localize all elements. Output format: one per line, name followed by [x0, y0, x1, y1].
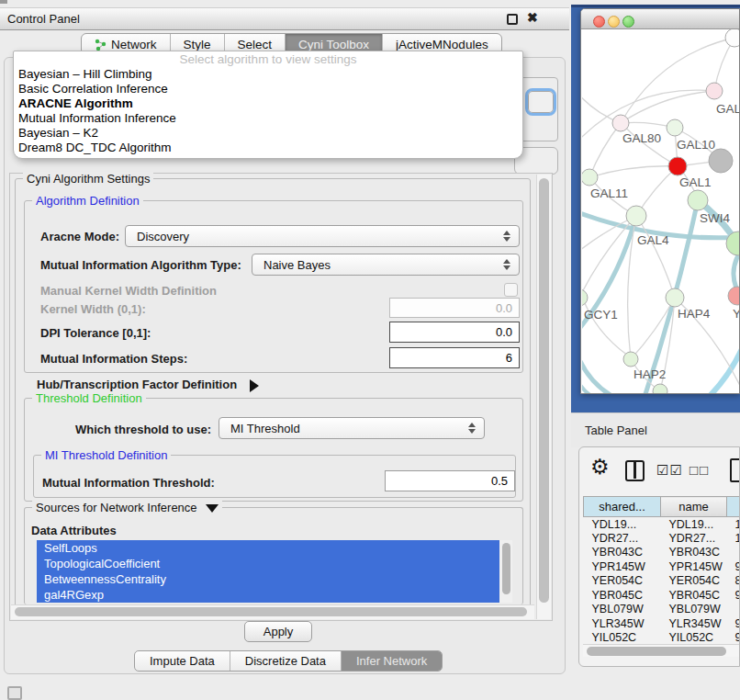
tab-label: Network	[111, 38, 157, 51]
close-traffic-light-icon[interactable]	[593, 16, 605, 28]
network-edge[interactable]	[734, 255, 738, 288]
minimize-traffic-light-icon[interactable]	[608, 16, 620, 28]
tab-label: Select	[238, 38, 273, 51]
table-header-row[interactable]: shared...name	[584, 497, 740, 517]
collapse-down-icon[interactable]	[206, 504, 219, 513]
network-edge[interactable]	[582, 346, 613, 393]
dropdown-item[interactable]: Basic Correlation Inference	[14, 82, 522, 96]
table-cell: 8.	[727, 574, 740, 589]
network-node-top-node[interactable]	[725, 29, 740, 47]
table-column-header[interactable]: name	[661, 497, 727, 517]
network-node-hap4[interactable]	[666, 288, 684, 307]
settings-vscrollbar-thumb[interactable]	[539, 178, 549, 603]
data-attributes-list[interactable]: SelfLoops TopologicalCoefficient Between…	[37, 540, 512, 603]
table-cell: YBR045C	[661, 588, 727, 603]
list-item[interactable]: BetweennessCentrality	[37, 571, 499, 587]
table-row[interactable]: YPR145WYPR145W9.	[584, 559, 740, 574]
dropdown-item[interactable]: Dream8 DC_TDC Algorithm	[14, 141, 522, 155]
network-node-label: GAL80	[622, 131, 661, 145]
expand-right-icon[interactable]	[250, 379, 259, 392]
tab-discretize-data[interactable]: Discretize Data	[230, 651, 342, 671]
table-panel-window: ⚙ ☑☑ □□ shared...name YDL19...YDL19...13…	[578, 446, 740, 667]
list-item[interactable]: gal4RGexp	[37, 587, 499, 603]
tab-impute-data[interactable]: Impute Data	[135, 651, 230, 671]
hub-definition-label[interactable]: Hub/Transcription Factor Definition	[37, 378, 259, 392]
minimized-window-fragment[interactable]	[7, 686, 22, 700]
mi-steps-input[interactable]: 6	[389, 347, 520, 368]
mi-type-select[interactable]: Naive Bayes	[252, 254, 520, 276]
control-panel-titlebar: Control Panel ✖	[0, 7, 569, 30]
dropdown-item-aracne[interactable]: ARACNE Algorithm	[14, 96, 522, 111]
list-scrollbar-thumb[interactable]	[502, 543, 510, 594]
network-node-gcy1[interactable]	[582, 289, 588, 306]
which-threshold-select[interactable]: MI Threshold	[219, 417, 485, 439]
table-cell: YPR145W	[584, 559, 661, 574]
mi-threshold-label: Mutual Information Threshold:	[42, 476, 215, 490]
page-icon[interactable]	[730, 458, 740, 482]
list-item[interactable]: TopologicalCoefficient	[37, 556, 499, 571]
network-node-gal11[interactable]	[582, 169, 598, 186]
manual-kernel-checkbox[interactable]	[504, 283, 518, 297]
dpi-tolerance-input[interactable]: 0.0	[389, 322, 520, 343]
network-node-gal1[interactable]	[668, 157, 687, 175]
split-columns-icon[interactable]	[625, 460, 645, 481]
network-node-gal80[interactable]	[612, 115, 629, 131]
network-edge[interactable]	[589, 166, 678, 177]
network-node-gal10[interactable]	[667, 119, 683, 136]
table-column-header[interactable]: shared...	[584, 497, 661, 517]
kernel-width-input[interactable]: 0.0	[389, 298, 520, 318]
table-row[interactable]: YER054CYER054C8.	[584, 574, 740, 589]
network-edge[interactable]	[621, 91, 714, 123]
dropdown-item[interactable]: Bayesian – K2	[14, 126, 522, 141]
network-edge[interactable]	[589, 123, 621, 177]
tab-label: Cyni Toolbox	[298, 38, 369, 51]
settings-hscrollbar-thumb[interactable]	[15, 607, 527, 616]
close-icon[interactable]: ✖	[527, 10, 538, 25]
table-column-header[interactable]	[727, 497, 740, 517]
mi-threshold-input[interactable]: 0.5	[385, 470, 515, 491]
network-node-gray-node[interactable]	[709, 149, 733, 173]
aracne-mode-select[interactable]: Discovery	[125, 225, 520, 247]
table-row[interactable]: YIL052CYIL052C9	[584, 631, 740, 646]
apply-button[interactable]: Apply	[244, 621, 312, 642]
table-row[interactable]: YDL19...YDL19...13	[584, 517, 740, 532]
table-cell: 9.	[727, 616, 740, 631]
table-row[interactable]: YDR27...YDR27...12	[584, 531, 740, 546]
network-node-gal-pink[interactable]	[706, 83, 723, 99]
zoom-traffic-light-icon[interactable]	[622, 16, 634, 28]
table-hscrollbar-thumb[interactable]	[587, 647, 726, 656]
network-node-bottom-node[interactable]	[653, 384, 667, 393]
network-node-hap2[interactable]	[623, 352, 638, 367]
list-item[interactable]: SelfLoops	[37, 540, 499, 556]
network-canvas[interactable]: GALGAL80GAL10GAL1GAL11SWI4GAL4GCY1HAP4YH…	[582, 29, 740, 393]
network-node-label: SWI4	[700, 211, 730, 225]
uncheck-all-icon[interactable]: □□	[690, 462, 710, 478]
float-window-icon[interactable]	[507, 14, 518, 25]
table-cell	[727, 546, 740, 560]
table-row[interactable]: YBL079WYBL079W	[584, 603, 740, 617]
focused-button-fragment[interactable]	[525, 88, 556, 116]
network-window-titlebar[interactable]	[581, 9, 739, 29]
table-row[interactable]: YBR045CYBR045C9.	[584, 588, 740, 603]
table-cell: YBL079W	[584, 603, 661, 617]
table-cell: YDL19...	[584, 517, 661, 532]
table-row[interactable]: YLR345WYLR345W9.	[584, 616, 740, 631]
group-title: Cyni Algorithm Settings	[23, 172, 153, 186]
network-edge[interactable]	[636, 216, 675, 298]
group-title: Algorithm Definition	[32, 194, 143, 208]
check-all-icon[interactable]: ☑☑	[656, 462, 683, 479]
table-row[interactable]: YBR043CYBR043C	[584, 546, 740, 560]
dropdown-item[interactable]: Bayesian – Hill Climbing	[14, 67, 522, 82]
network-node-swi4[interactable]	[688, 190, 708, 210]
tab-label: jActiveMNodules	[396, 38, 488, 51]
tab-infer-network[interactable]: Infer Network	[342, 651, 442, 671]
table-settings-gear-icon[interactable]: ⚙	[590, 455, 610, 480]
dropdown-item[interactable]: Mutual Information Inference	[14, 111, 522, 126]
node-attribute-table[interactable]: shared...name YDL19...YDL19...13YDR27...…	[583, 496, 740, 645]
network-node-label: GAL11	[590, 186, 628, 200]
network-view-window[interactable]: GALGAL80GAL10GAL1GAL11SWI4GAL4GCY1HAP4YH…	[580, 8, 740, 394]
network-node-salmon[interactable]	[728, 287, 740, 305]
network-node-gal4[interactable]	[626, 206, 646, 226]
table-cell: YER054C	[661, 574, 727, 589]
mi-steps-value: 6	[506, 351, 512, 365]
